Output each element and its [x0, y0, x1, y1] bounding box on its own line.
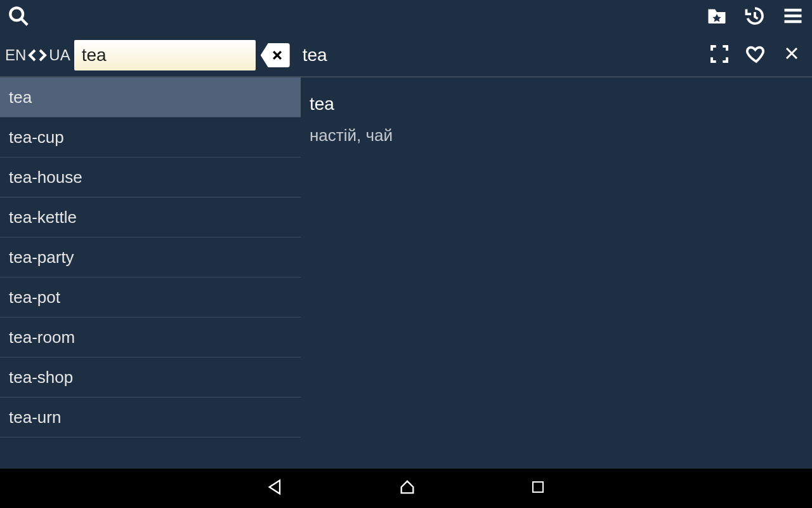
svg-line-1 [21, 18, 27, 25]
svg-marker-9 [270, 481, 280, 494]
favorite-icon[interactable] [745, 43, 768, 68]
entry-headword: tea [310, 94, 803, 114]
nav-recent-button[interactable] [530, 479, 546, 497]
android-nav-bar [0, 469, 812, 508]
close-icon [271, 49, 284, 62]
list-item[interactable]: tea-party [0, 237, 301, 277]
suggestion-list: teatea-cuptea-housetea-kettletea-partyte… [0, 77, 301, 469]
lang-from: EN [5, 46, 26, 64]
list-item[interactable]: tea-room [0, 318, 301, 358]
close-button[interactable] [784, 45, 799, 65]
search-input[interactable] [74, 40, 256, 70]
list-item[interactable]: tea-shop [0, 358, 301, 398]
nav-back-button[interactable] [266, 478, 284, 498]
history-icon[interactable] [743, 4, 766, 30]
nav-home-button[interactable] [398, 478, 416, 498]
clear-input-button[interactable] [261, 43, 290, 67]
chevron-left-icon [27, 48, 37, 63]
entry-translation: настій, чай [310, 126, 803, 145]
favorites-folder-icon[interactable] [705, 4, 728, 30]
list-item[interactable]: tea-kettle [0, 197, 301, 237]
lang-to: UA [49, 46, 70, 64]
chevron-right-icon [37, 48, 48, 63]
header-word: tea [303, 45, 327, 65]
svg-rect-10 [533, 482, 543, 492]
list-item[interactable]: tea-cup [0, 117, 301, 157]
list-item[interactable]: tea-house [0, 157, 301, 197]
definition-panel: tea настій, чай [301, 77, 812, 469]
language-selector[interactable]: EN UA [4, 46, 72, 64]
list-item[interactable]: tea [0, 77, 301, 117]
list-item[interactable]: tea-urn [0, 398, 301, 438]
top-bar-1 [0, 0, 812, 34]
list-item[interactable]: tea-pot [0, 277, 301, 318]
search-box [74, 40, 256, 70]
svg-point-0 [10, 8, 23, 20]
top-bar-2: EN UA tea [0, 34, 812, 76]
fullscreen-icon[interactable] [709, 44, 730, 67]
search-icon[interactable] [8, 5, 29, 29]
menu-icon[interactable] [782, 4, 804, 30]
main-body: teatea-cuptea-housetea-kettletea-partyte… [0, 77, 812, 469]
